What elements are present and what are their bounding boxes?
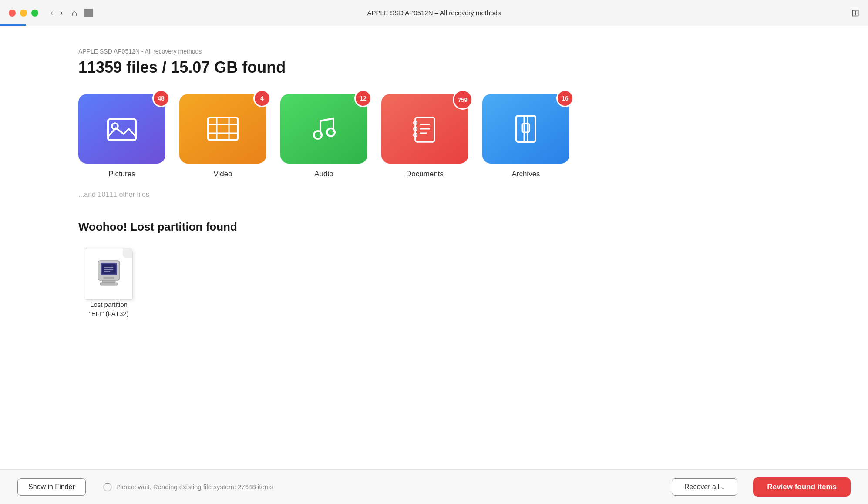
svg-point-7 [314, 131, 322, 139]
partition-machine-icon [94, 259, 124, 289]
lost-partition-title: Woohoo! Lost partition found [78, 220, 790, 234]
video-badge: 4 [253, 90, 271, 107]
svg-rect-2 [208, 118, 238, 140]
audio-svg-icon [306, 111, 341, 146]
stop-button[interactable] [84, 9, 93, 17]
svg-rect-27 [102, 280, 115, 283]
found-title: 11359 files / 15.07 GB found [78, 58, 790, 77]
back-button[interactable]: ‹ [49, 7, 55, 19]
bottom-bar: Show in Finder Please wait. Reading exis… [0, 469, 868, 504]
show-in-finder-button[interactable]: Show in Finder [17, 478, 86, 496]
loading-spinner [103, 483, 112, 491]
pictures-label: Pictures [108, 170, 135, 178]
traffic-lights [9, 10, 38, 17]
video-card[interactable]: 4 Video [179, 94, 266, 178]
maximize-button[interactable] [31, 10, 38, 17]
partition-label: Lost partition"EFI" (FAT32) [89, 300, 128, 318]
progress-bar [0, 24, 26, 26]
svg-rect-19 [522, 124, 529, 132]
svg-rect-28 [100, 283, 118, 285]
partition-paper-icon [85, 248, 133, 300]
archives-card[interactable]: 16 Archives [482, 94, 569, 178]
minimize-button[interactable] [20, 10, 27, 17]
window-title: APPLE SSD AP0512N – All recovery methods [367, 9, 501, 17]
grid-view-button[interactable]: ⊞ [851, 7, 859, 19]
recover-all-button[interactable]: Recover all... [672, 478, 737, 496]
main-content: APPLE SSD AP0512N - All recovery methods… [0, 26, 868, 318]
lost-partition-card[interactable]: Lost partition"EFI" (FAT32) [78, 248, 139, 318]
svg-rect-26 [103, 277, 114, 279]
pictures-card[interactable]: 48 Pictures [78, 94, 165, 178]
archives-icon-bg: 16 [482, 94, 569, 164]
documents-icon-bg: 759 [381, 94, 468, 164]
documents-badge: 759 [453, 90, 473, 110]
other-files-text: ...and 10111 other files [78, 191, 790, 198]
pictures-icon-bg: 48 [78, 94, 165, 164]
svg-rect-0 [108, 119, 136, 140]
video-svg-icon [205, 111, 240, 146]
review-found-items-button[interactable]: Review found items [753, 477, 851, 497]
documents-svg-icon [407, 111, 442, 146]
audio-icon-bg: 12 [280, 94, 367, 164]
archives-label: Archives [511, 170, 540, 178]
audio-label: Audio [314, 170, 333, 178]
audio-badge: 12 [354, 90, 372, 107]
svg-rect-9 [415, 118, 434, 142]
pictures-badge: 48 [152, 90, 170, 107]
video-label: Video [213, 170, 232, 178]
audio-card[interactable]: 12 Audio [280, 94, 367, 178]
close-button[interactable] [9, 10, 16, 17]
archives-badge: 16 [556, 90, 574, 107]
nav-buttons: ‹ › [49, 7, 64, 19]
documents-card[interactable]: 759 Documents [381, 94, 468, 178]
svg-rect-22 [102, 264, 116, 274]
video-icon-bg: 4 [179, 94, 266, 164]
forward-button[interactable]: › [58, 7, 64, 19]
svg-rect-16 [516, 116, 535, 142]
svg-point-8 [327, 128, 335, 136]
home-button[interactable]: ⌂ [71, 7, 77, 19]
status-text: Please wait. Reading existing file syste… [116, 483, 273, 491]
breadcrumb: APPLE SSD AP0512N - All recovery methods [78, 48, 790, 55]
status-area: Please wait. Reading existing file syste… [103, 483, 273, 491]
documents-label: Documents [406, 170, 444, 178]
file-cards: 48 Pictures 4 Video [78, 94, 790, 178]
archives-svg-icon [508, 111, 543, 146]
titlebar: ‹ › ⌂ APPLE SSD AP0512N – All recovery m… [0, 0, 868, 26]
pictures-svg-icon [104, 111, 139, 146]
